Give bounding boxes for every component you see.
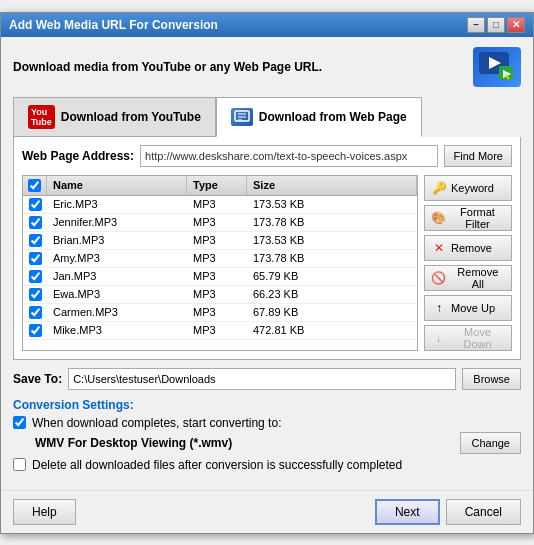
table-body: Eric.MP3 MP3 173.53 KB Jennifer.MP3 MP3 …	[23, 196, 417, 341]
row-type-3: MP3	[187, 250, 247, 266]
subtitle-area: Download media from YouTube or any Web P…	[13, 47, 521, 87]
row-type-1: MP3	[187, 214, 247, 230]
file-checkbox-5[interactable]	[29, 288, 42, 301]
file-checkbox-1[interactable]	[29, 216, 42, 229]
delete-files-checkbox[interactable]	[13, 458, 26, 471]
main-window: Add Web Media URL For Conversion – □ ✕ D…	[0, 12, 534, 534]
row-checkbox-5[interactable]	[23, 286, 47, 303]
file-checkbox-2[interactable]	[29, 234, 42, 247]
footer-right-buttons: Next Cancel	[375, 499, 521, 525]
header-name: Name	[47, 176, 187, 195]
title-bar: Add Web Media URL For Conversion – □ ✕	[1, 13, 533, 37]
file-checkbox-4[interactable]	[29, 270, 42, 283]
move-down-button[interactable]: ↓ Move Down	[424, 325, 512, 351]
tab-webpage-label: Download from Web Page	[259, 110, 407, 124]
footer: Help Next Cancel	[1, 490, 533, 533]
media-icon	[473, 47, 521, 87]
file-table: Name Type Size Eric.MP3 MP3 173.53 KB Je…	[22, 175, 418, 351]
move-up-label: Move Up	[451, 302, 495, 314]
select-all-checkbox[interactable]	[28, 179, 41, 192]
row-type-7: MP3	[187, 322, 247, 338]
row-name-5: Ewa.MP3	[47, 286, 187, 302]
row-name-3: Amy.MP3	[47, 250, 187, 266]
keyword-button[interactable]: 🔑 Keyword	[424, 175, 512, 201]
conversion-title: Conversion Settings:	[13, 398, 521, 412]
start-converting-label: When download completes, start convertin…	[32, 416, 281, 430]
url-input[interactable]	[140, 145, 438, 167]
row-type-8: MP3	[187, 340, 247, 341]
table-row: Crystal.MP3 MP3 432.5 KB	[23, 340, 417, 341]
tab-youtube-label: Download from YouTube	[61, 110, 201, 124]
row-size-0: 173.53 KB	[247, 196, 417, 212]
subtitle-text: Download media from YouTube or any Web P…	[13, 60, 322, 74]
next-button[interactable]: Next	[375, 499, 440, 525]
table-row: Eric.MP3 MP3 173.53 KB	[23, 196, 417, 214]
save-input[interactable]	[68, 368, 456, 390]
table-row: Carmen.MP3 MP3 67.89 KB	[23, 304, 417, 322]
table-row: Ewa.MP3 MP3 66.23 KB	[23, 286, 417, 304]
title-bar-buttons: – □ ✕	[467, 17, 525, 33]
window-title: Add Web Media URL For Conversion	[9, 18, 218, 32]
find-more-button[interactable]: Find More	[444, 145, 512, 167]
row-size-2: 173.53 KB	[247, 232, 417, 248]
row-size-4: 65.79 KB	[247, 268, 417, 284]
format-filter-button[interactable]: 🎨 Format Filter	[424, 205, 512, 231]
table-row: Jan.MP3 MP3 65.79 KB	[23, 268, 417, 286]
row-size-5: 66.23 KB	[247, 286, 417, 302]
row-checkbox-8[interactable]	[23, 340, 47, 341]
help-button[interactable]: Help	[13, 499, 76, 525]
url-row: Web Page Address: Find More	[22, 145, 512, 167]
url-label: Web Page Address:	[22, 149, 134, 163]
header-type: Type	[187, 176, 247, 195]
tab-webpage[interactable]: Download from Web Page	[216, 97, 422, 137]
move-down-label: Move Down	[450, 326, 505, 350]
move-up-button[interactable]: ↑ Move Up	[424, 295, 512, 321]
format-filter-icon: 🎨	[431, 210, 446, 226]
change-button[interactable]: Change	[460, 432, 521, 454]
file-checkbox-7[interactable]	[29, 324, 42, 337]
remove-all-icon: 🚫	[431, 270, 447, 286]
row-checkbox-3[interactable]	[23, 250, 47, 267]
maximize-button[interactable]: □	[487, 17, 505, 33]
remove-all-label: Remove All	[451, 266, 505, 290]
row-size-8: 432.5 KB	[247, 340, 417, 341]
remove-label: Remove	[451, 242, 492, 254]
save-label: Save To:	[13, 372, 62, 386]
tab-content-webpage: Web Page Address: Find More Name Type Si…	[13, 137, 521, 360]
main-content: Download media from YouTube or any Web P…	[1, 37, 533, 482]
file-checkbox-3[interactable]	[29, 252, 42, 265]
row-checkbox-7[interactable]	[23, 322, 47, 339]
table-row: Mike.MP3 MP3 472.81 KB	[23, 322, 417, 340]
row-checkbox-1[interactable]	[23, 214, 47, 231]
cancel-button[interactable]: Cancel	[446, 499, 521, 525]
browse-button[interactable]: Browse	[462, 368, 521, 390]
row-size-3: 173.78 KB	[247, 250, 417, 266]
minimize-button[interactable]: –	[467, 17, 485, 33]
webpage-icon	[231, 108, 253, 126]
header-size: Size	[247, 176, 417, 195]
row-checkbox-4[interactable]	[23, 268, 47, 285]
remove-icon: ✕	[431, 240, 447, 256]
file-checkbox-6[interactable]	[29, 306, 42, 319]
main-area: Name Type Size Eric.MP3 MP3 173.53 KB Je…	[22, 175, 512, 351]
row-type-5: MP3	[187, 286, 247, 302]
row-name-0: Eric.MP3	[47, 196, 187, 212]
tab-youtube[interactable]: YouTube Download from YouTube	[13, 97, 216, 137]
file-checkbox-0[interactable]	[29, 198, 42, 211]
row-checkbox-2[interactable]	[23, 232, 47, 249]
start-converting-checkbox[interactable]	[13, 416, 26, 429]
close-button[interactable]: ✕	[507, 17, 525, 33]
table-row: Jennifer.MP3 MP3 173.78 KB	[23, 214, 417, 232]
tab-bar: YouTube Download from YouTube Download f…	[13, 97, 521, 137]
table-row: Brian.MP3 MP3 173.53 KB	[23, 232, 417, 250]
side-buttons: 🔑 Keyword 🎨 Format Filter ✕ Remove 🚫 Rem…	[424, 175, 512, 351]
table-header: Name Type Size	[23, 176, 417, 196]
row-type-2: MP3	[187, 232, 247, 248]
row-name-6: Carmen.MP3	[47, 304, 187, 320]
table-row: Amy.MP3 MP3 173.78 KB	[23, 250, 417, 268]
row-checkbox-0[interactable]	[23, 196, 47, 213]
remove-all-button[interactable]: 🚫 Remove All	[424, 265, 512, 291]
remove-button[interactable]: ✕ Remove	[424, 235, 512, 261]
keyword-icon: 🔑	[431, 180, 447, 196]
row-checkbox-6[interactable]	[23, 304, 47, 321]
